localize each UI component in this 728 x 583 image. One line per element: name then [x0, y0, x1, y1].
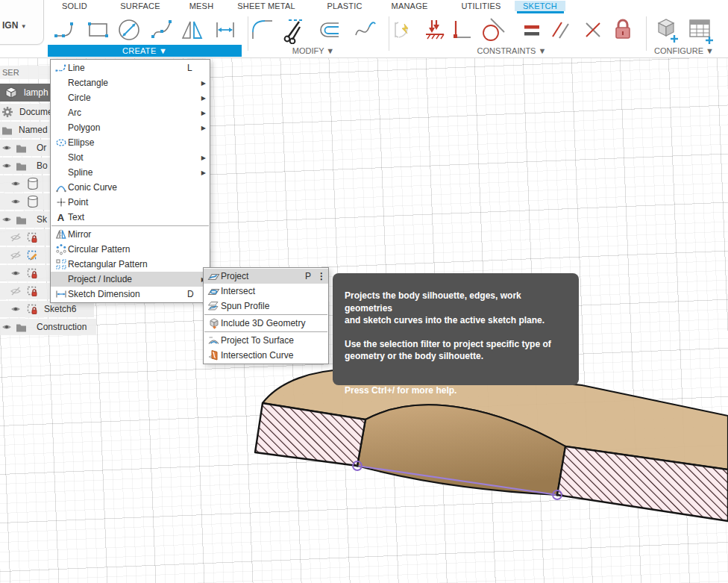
project-to-surface-icon — [207, 334, 221, 346]
submenu-item-project-to-surface[interactable]: Project To Surface — [204, 333, 328, 348]
workspace-label: IGN ▼ — [2, 20, 27, 31]
tab-sketch[interactable]: SKETCH — [515, 1, 565, 11]
sketch-point-dot — [556, 493, 559, 496]
browser-header: SER — [0, 66, 52, 79]
menu-item-sketch-dimension[interactable]: Sketch Dimension D — [51, 287, 210, 302]
eye-visible-icon[interactable] — [10, 269, 21, 278]
eye-visible-icon[interactable] — [1, 143, 12, 152]
fillet-tool-icon[interactable] — [247, 14, 278, 46]
rectangle-tool-icon[interactable] — [83, 14, 114, 46]
tab-sheet-metal[interactable]: SHEET METAL — [237, 1, 295, 10]
sketch-palette-icon[interactable] — [387, 14, 418, 46]
menu-item-arc[interactable]: Arc ▶ — [51, 105, 210, 120]
browser-item-sketch6[interactable]: Sketch6 — [0, 301, 94, 317]
eye-visible-icon[interactable] — [1, 322, 12, 331]
modify-dropdown-button[interactable]: MODIFY ▼ — [292, 46, 335, 55]
browser-item-document-settings[interactable]: Docume — [0, 104, 54, 120]
project-icon — [207, 270, 221, 282]
break-tool-icon[interactable] — [350, 14, 381, 46]
mirror-icon — [54, 228, 68, 240]
insert-feature-icon[interactable] — [650, 14, 682, 46]
tab-plastic[interactable]: PLASTIC — [327, 1, 362, 10]
parallel-constraint-icon[interactable] — [545, 14, 576, 46]
eye-hidden-icon[interactable] — [10, 233, 21, 242]
equal-constraint-icon[interactable] — [516, 14, 547, 46]
menu-divider — [204, 314, 327, 315]
browser-item-bodies[interactable]: Bo — [0, 158, 54, 174]
menu-item-mirror[interactable]: Mirror — [51, 227, 210, 242]
line-tool-icon[interactable] — [50, 14, 81, 46]
folder-icon — [16, 143, 27, 153]
menu-item-line[interactable]: Line L — [51, 60, 210, 75]
eye-visible-icon[interactable] — [10, 179, 21, 188]
tab-mesh[interactable]: MESH — [189, 1, 214, 10]
parameters-table-icon[interactable] — [684, 14, 715, 46]
menu-item-project-include[interactable]: Project / Include ▶ — [51, 272, 210, 287]
trim-tool-icon[interactable] — [278, 14, 310, 46]
line-icon — [54, 62, 68, 74]
component-cube-icon — [4, 86, 18, 99]
perpendicular-constraint-icon[interactable] — [577, 14, 609, 46]
configure-dropdown-button[interactable]: CONFIGURE ▼ — [654, 46, 714, 55]
menu-item-point[interactable]: Point — [51, 195, 210, 210]
spline-tool-icon[interactable] — [146, 14, 178, 46]
menu-item-circle[interactable]: Circle ▶ — [51, 90, 210, 105]
browser-item-label: Construction — [37, 322, 87, 332]
point-icon — [54, 196, 68, 208]
browser-item-construction[interactable]: Construction — [0, 319, 96, 335]
browser-root-item[interactable]: lamph — [0, 84, 57, 102]
browser-item-sketches[interactable]: Sk — [0, 211, 54, 228]
browser-item-label: Sketch6 — [44, 304, 76, 314]
circle-tool-icon[interactable] — [113, 14, 145, 46]
horizontal-vertical-constraint-icon[interactable] — [445, 14, 477, 46]
tab-utilities[interactable]: UTILITIES — [461, 1, 501, 10]
folder-icon — [16, 322, 27, 332]
command-tooltip: Projects the body silhouette, edges, wor… — [333, 273, 579, 385]
eye-visible-icon[interactable] — [1, 161, 12, 170]
intersection-curve-icon — [207, 349, 221, 361]
menu-item-rectangular-pattern[interactable]: Rectangular Pattern — [51, 257, 210, 272]
submenu-item-intersect[interactable]: Intersect — [204, 284, 328, 299]
constraints-dropdown-button[interactable]: CONSTRAINTS ▼ — [477, 46, 547, 55]
browser-root-label: lamph — [24, 87, 48, 98]
menu-item-text[interactable]: A Text — [51, 210, 210, 225]
submenu-item-project[interactable]: Project P ⋮ — [204, 269, 328, 284]
eye-visible-icon[interactable] — [10, 197, 21, 206]
submenu-arrow-icon: ▶ — [199, 80, 206, 87]
mirror-tool-icon[interactable] — [177, 14, 208, 46]
submenu-arrow-icon: ▶ — [199, 155, 206, 161]
tab-manage[interactable]: MANAGE — [392, 1, 428, 10]
tab-solid[interactable]: SOLID — [62, 1, 87, 10]
menu-divider — [204, 331, 327, 332]
menu-item-ellipse[interactable]: Ellipse — [51, 135, 210, 150]
create-dropdown-button[interactable]: CREATE ▼ — [48, 45, 242, 57]
sketch-locked-icon — [27, 268, 38, 279]
menu-item-conic-curve[interactable]: Conic Curve — [51, 180, 210, 195]
menu-item-spline[interactable]: Spline ▶ — [51, 165, 210, 180]
gear-icon — [1, 106, 13, 118]
menu-item-polygon[interactable]: Polygon ▶ — [51, 120, 210, 135]
submenu-item-spun-profile[interactable]: Spun Profile — [204, 299, 328, 314]
offset-tool-icon[interactable] — [313, 14, 344, 46]
submenu-item-include-3d-geometry[interactable]: Include 3D Geometry — [204, 316, 328, 331]
folder-icon — [16, 215, 27, 225]
fix-lock-constraint-icon[interactable] — [607, 14, 638, 46]
submenu-item-intersection-curve[interactable]: Intersection Curve — [204, 348, 328, 363]
dimension-tool-icon[interactable] — [210, 14, 241, 46]
browser-item-named-views[interactable]: Named V — [0, 122, 54, 138]
sketch-locked-icon — [27, 304, 38, 315]
workspace-selector[interactable]: IGN ▼ — [0, 0, 44, 45]
rectangular-pattern-icon — [54, 258, 68, 270]
overflow-menu-icon[interactable]: ⋮ — [317, 271, 324, 281]
eye-hidden-icon[interactable] — [10, 287, 21, 296]
eye-visible-icon[interactable] — [10, 305, 21, 314]
menu-item-rectangle[interactable]: Rectangle ▶ — [51, 75, 210, 90]
eye-hidden-icon[interactable] — [10, 251, 21, 260]
tangent-constraint-icon[interactable] — [477, 14, 509, 46]
browser-item-origin[interactable]: Or — [0, 140, 54, 156]
menu-item-circular-pattern[interactable]: Circular Pattern — [51, 242, 210, 257]
menu-item-slot[interactable]: Slot ▶ — [51, 150, 210, 165]
tab-surface[interactable]: SURFACE — [120, 1, 160, 10]
eye-visible-icon[interactable] — [1, 215, 12, 224]
chevron-down-icon: ▼ — [21, 23, 27, 30]
